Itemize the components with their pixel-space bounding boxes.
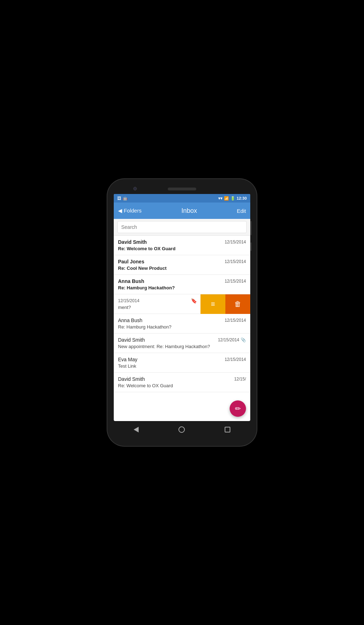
email-subject: Re: Hamburg Hackathon?	[118, 285, 246, 290]
back-button[interactable]: ◀ Folders	[118, 208, 141, 214]
menu-lines-icon: ≡	[211, 300, 215, 308]
email-item[interactable]: David Smith 12/15/2014 📎 New appointment…	[114, 333, 250, 353]
email-date: 12/15/2014	[225, 357, 246, 362]
email-subject: Re: Cool New Product	[118, 266, 246, 271]
swipe-delete-button[interactable]: 🗑	[225, 294, 250, 314]
front-camera	[133, 187, 137, 190]
wifi-icon: ▾▾	[218, 196, 223, 201]
email-date: 12/15/2014	[225, 240, 246, 245]
email-subject: Test Link	[118, 363, 246, 369]
phone-screen: 🖼 🤖 ▾▾ 📶 🔋 12:30 ◀ Folders Inbox Edit	[114, 194, 250, 421]
email-subject: New appointment: Re: Hamburg Hackathon?	[118, 344, 246, 349]
app-header: ◀ Folders Inbox Edit	[114, 203, 250, 219]
email-sender: Eva May	[118, 357, 137, 362]
phone-top	[114, 185, 250, 194]
android-icon: 🤖	[123, 196, 128, 201]
search-input[interactable]	[117, 221, 247, 233]
swipe-actions: ≡ 🗑	[200, 294, 250, 314]
back-label[interactable]: ◀ Folders	[118, 208, 141, 214]
speaker	[168, 188, 196, 190]
clock: 12:30	[237, 196, 247, 200]
email-item-swiped-container: 12/15/2014 🔖 ment? ≡ 🗑	[114, 294, 250, 314]
power-bar	[250, 242, 252, 251]
email-item[interactable]: David Smith 12/15/2014 Re: Welcome to OX…	[114, 236, 250, 255]
email-list: David Smith 12/15/2014 Re: Welcome to OX…	[114, 236, 250, 421]
email-subject: ment?	[118, 305, 197, 310]
email-item[interactable]: David Smith 12/15/ Re: Welcome to OX Gua…	[114, 373, 250, 392]
email-date: 12/15/2014	[218, 337, 239, 342]
phone-nav-bar	[114, 421, 250, 440]
battery-icon: 🔋	[230, 196, 235, 201]
email-date: 12/15/2014	[225, 318, 246, 323]
email-subject: Re: Welcome to OX Guard	[118, 246, 246, 251]
email-date: 12/15/2014	[225, 279, 246, 284]
back-nav-button[interactable]	[128, 425, 144, 436]
email-subject: Re: Welcome to OX Guard	[118, 383, 246, 388]
home-nav-button[interactable]	[173, 424, 191, 436]
status-right-icons: ▾▾ 📶 🔋 12:30	[218, 196, 247, 201]
email-item[interactable]: Eva May 12/15/2014 Test Link	[114, 353, 250, 373]
image-icon: 🖼	[117, 196, 121, 200]
email-item[interactable]: Paul Jones 12/15/2014 Re: Cool New Produ…	[114, 255, 250, 275]
phone-frame: 🖼 🤖 ▾▾ 📶 🔋 12:30 ◀ Folders Inbox Edit	[107, 179, 257, 446]
email-item[interactable]: Anna Bush 12/15/2014 Re: Hamburg Hackath…	[114, 314, 250, 333]
status-left-icons: 🖼 🤖	[117, 196, 128, 201]
status-bar: 🖼 🤖 ▾▾ 📶 🔋 12:30	[114, 194, 250, 203]
email-sender: David Smith	[118, 376, 145, 382]
email-subject: Re: Hamburg Hackathon?	[118, 324, 246, 330]
recent-nav-icon	[225, 427, 230, 432]
bookmark-icon: 🔖	[191, 298, 197, 304]
email-sender: Paul Jones	[118, 259, 144, 264]
header-title: Inbox	[181, 207, 197, 215]
email-item[interactable]: Anna Bush 12/15/2014 Re: Hamburg Hackath…	[114, 275, 250, 294]
volume-bar	[250, 221, 252, 235]
trash-icon: 🗑	[234, 300, 241, 308]
compose-icon: ✏	[235, 404, 241, 413]
email-date: 12/15/2014	[225, 259, 246, 264]
swipe-menu-button[interactable]: ≡	[200, 294, 225, 314]
signal-icon: 📶	[224, 196, 229, 201]
recent-nav-button[interactable]	[219, 425, 236, 436]
compose-fab-button[interactable]: ✏	[230, 400, 246, 417]
search-bar	[114, 219, 250, 236]
back-nav-icon	[134, 427, 139, 432]
email-date: 12/15/	[234, 377, 246, 382]
home-nav-icon	[178, 426, 185, 433]
email-sender: Anna Bush	[118, 278, 144, 284]
email-sender: David Smith	[118, 239, 147, 245]
email-sender: Anna Bush	[118, 317, 143, 323]
attachment-icon: 📎	[241, 337, 246, 342]
email-date: 12/15/2014	[118, 298, 139, 303]
email-sender: David Smith	[118, 337, 145, 343]
edit-button[interactable]: Edit	[237, 208, 246, 214]
